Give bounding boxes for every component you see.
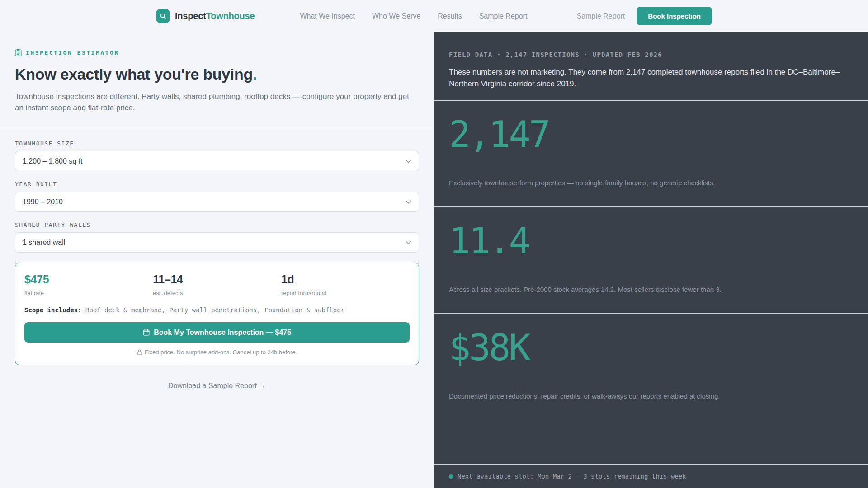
- availability-footer: Next available slot: Mon Mar 2 — 3 slots…: [434, 464, 868, 488]
- chevron-down-icon: [406, 200, 411, 204]
- quote-turnaround: 1d report turnaround: [281, 273, 410, 296]
- availability-text: Next available slot: Mon Mar 2 — 3 slots…: [458, 473, 686, 480]
- year-built-select[interactable]: 1990 – 2010: [15, 192, 419, 212]
- field-data-intro: These numbers are not marketing. They co…: [449, 66, 849, 90]
- scope-line: Scope includes: Roof deck & membrane, Pa…: [24, 306, 410, 314]
- nav-secondary-sample-report[interactable]: Sample Report: [577, 12, 625, 20]
- nav-link-who-we-serve[interactable]: Who We Serve: [372, 12, 420, 20]
- book-my-inspection-button[interactable]: Book My Townhouse Inspection — $475: [24, 322, 410, 343]
- clipboard-icon: [15, 49, 22, 56]
- field-data-panel: FIELD DATA · 2,147 INSPECTIONS · UPDATED…: [434, 32, 868, 488]
- stat-inspections-caption: Exclusively townhouse-form properties — …: [449, 179, 853, 187]
- page-description: Townhouse inspections are different. Par…: [15, 91, 419, 113]
- stat-savings: $38K Documented price reductions, repair…: [434, 313, 868, 464]
- stat-avg-defects-caption: Across all size brackets. Pre-2000 stock…: [449, 286, 853, 293]
- year-built-label: YEAR BUILT: [15, 181, 419, 188]
- party-walls-label: SHARED PARTY WALLS: [15, 221, 419, 228]
- nav-link-sample-report[interactable]: Sample Report: [479, 12, 528, 20]
- fine-print: Fixed price. No surprise add-ons. Cancel…: [24, 349, 410, 356]
- chevron-down-icon: [406, 241, 411, 244]
- nav-link-what-we-inspect[interactable]: What We Inspect: [300, 12, 355, 20]
- stat-savings-value: $38K: [449, 314, 853, 369]
- quote-defects: 11–14 est. defects: [153, 273, 281, 296]
- search-icon: [156, 9, 170, 23]
- estimator-form: TOWNHOUSE SIZE 1,200 – 1,800 sq ft YEAR …: [0, 140, 434, 390]
- book-inspection-button[interactable]: Book Inspection: [637, 7, 712, 25]
- divider: [0, 127, 434, 127]
- navbar: InspectTownhouse What We Inspect Who We …: [0, 0, 868, 32]
- field-data-header: FIELD DATA · 2,147 INSPECTIONS · UPDATED…: [449, 51, 853, 58]
- chevron-down-icon: [406, 160, 411, 163]
- calendar-icon: [143, 329, 150, 336]
- main-nav: What We Inspect Who We Serve Results Sam…: [300, 12, 527, 20]
- quote-price: $475 flat rate: [24, 273, 153, 296]
- quote-card: $475 flat rate 11–14 est. defects 1d rep…: [15, 263, 419, 365]
- download-sample-report-link[interactable]: Download a Sample Report →: [168, 382, 266, 389]
- stat-inspections: 2,147 Exclusively townhouse-form propert…: [434, 100, 868, 206]
- lock-icon: [137, 349, 142, 355]
- estimator-panel: INSPECTION ESTIMATOR Know exactly what y…: [0, 32, 434, 488]
- nav-link-results[interactable]: Results: [438, 12, 462, 20]
- stat-avg-defects: 11.4 Across all size brackets. Pre-2000 …: [434, 206, 868, 313]
- stat-savings-caption: Documented price reductions, repair cred…: [449, 392, 853, 400]
- townhouse-size-select[interactable]: 1,200 – 1,800 sq ft: [15, 151, 419, 171]
- townhouse-size-label: TOWNHOUSE SIZE: [15, 140, 419, 147]
- stat-avg-defects-value: 11.4: [449, 207, 853, 262]
- estimator-badge: INSPECTION ESTIMATOR: [26, 49, 119, 56]
- party-walls-select[interactable]: 1 shared wall: [15, 232, 419, 253]
- availability-dot-icon: [449, 474, 453, 479]
- stat-inspections-value: 2,147: [449, 101, 853, 155]
- brand-name: InspectTownhouse: [175, 11, 255, 21]
- brand-logo[interactable]: InspectTownhouse: [156, 9, 255, 23]
- page-title: Know exactly what you're buying.: [15, 66, 419, 83]
